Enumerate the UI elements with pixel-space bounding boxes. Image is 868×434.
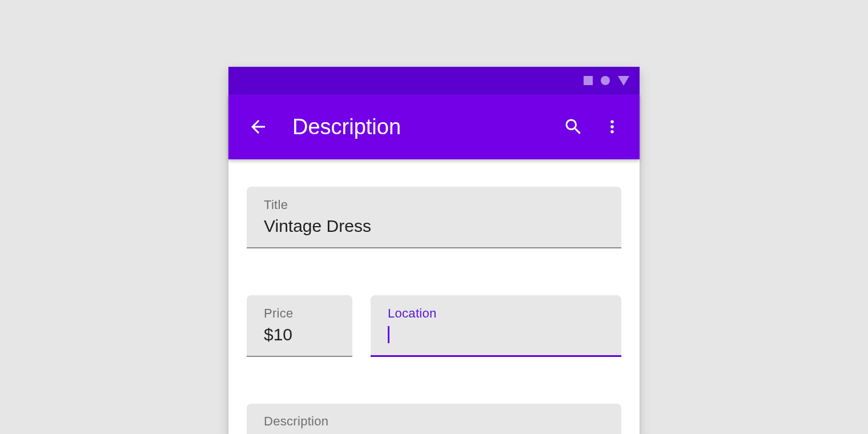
location-label: Location — [388, 306, 604, 321]
price-field[interactable]: Price $10 — [247, 295, 352, 357]
title-value: Vintage Dress — [264, 216, 604, 236]
title-field[interactable]: Title Vintage Dress — [247, 187, 621, 248]
overflow-menu-button[interactable] — [596, 111, 628, 143]
text-caret — [388, 326, 389, 343]
status-square-icon — [584, 76, 593, 85]
svg-point-0 — [610, 120, 614, 124]
search-button[interactable] — [557, 111, 589, 143]
search-icon — [563, 116, 584, 137]
status-triangle-icon — [618, 76, 629, 86]
location-field[interactable]: Location — [371, 295, 621, 357]
app-bar-title: Description — [292, 115, 557, 139]
svg-point-1 — [610, 125, 614, 128]
status-bar — [228, 67, 640, 94]
device-frame: Description Title Vintage Dress Price $1… — [228, 67, 640, 434]
form-content: Title Vintage Dress Price $10 Location D… — [228, 159, 640, 434]
back-button[interactable] — [244, 113, 272, 140]
status-circle-icon — [601, 76, 610, 85]
app-bar: Description — [228, 94, 640, 159]
more-vert-icon — [604, 118, 621, 135]
arrow-back-icon — [248, 116, 268, 137]
price-location-row: Price $10 Location — [247, 295, 621, 357]
description-label: Description — [264, 414, 604, 429]
description-field[interactable]: Description — [247, 404, 621, 434]
price-value: $10 — [264, 324, 335, 345]
price-label: Price — [264, 306, 335, 321]
title-label: Title — [264, 198, 604, 212]
svg-point-2 — [610, 130, 614, 134]
location-value — [388, 324, 604, 345]
